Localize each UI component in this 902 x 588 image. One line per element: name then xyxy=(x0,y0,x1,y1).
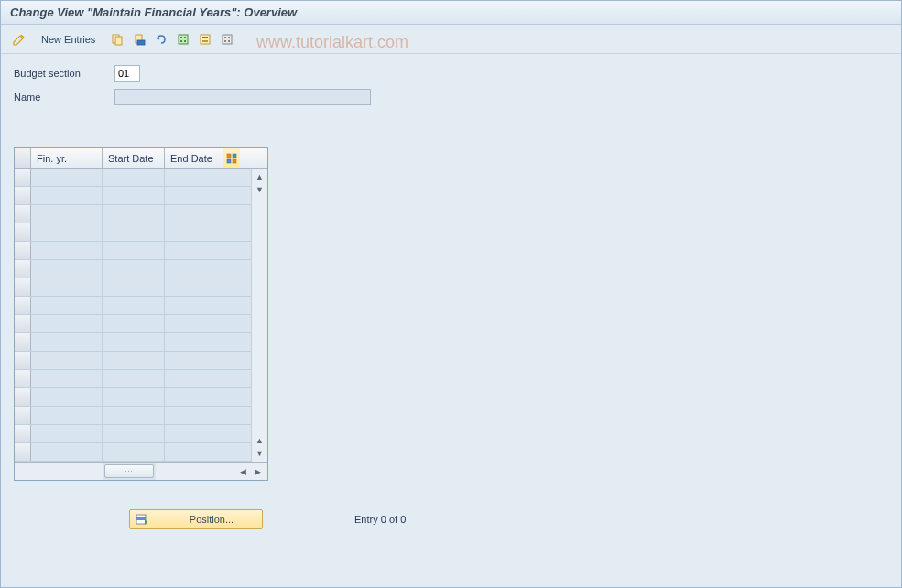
row-selector[interactable] xyxy=(15,370,31,387)
row-selector[interactable] xyxy=(15,315,31,332)
cell-start-date[interactable] xyxy=(103,407,165,424)
cell-start-date[interactable] xyxy=(103,278,165,296)
cell-end-date[interactable] xyxy=(165,297,223,314)
name-input[interactable] xyxy=(114,89,371,105)
cell-end-date[interactable] xyxy=(165,278,223,296)
cell-start-date[interactable] xyxy=(103,297,165,314)
table-row[interactable] xyxy=(15,443,251,462)
cell-start-date[interactable] xyxy=(103,425,165,442)
deselect-all-icon[interactable] xyxy=(218,30,236,49)
cell-fin-yr[interactable] xyxy=(31,223,103,241)
position-button[interactable]: Position... xyxy=(129,509,263,529)
cell-end-date[interactable] xyxy=(165,425,223,442)
cell-start-date[interactable] xyxy=(103,315,165,332)
scroll-up-icon[interactable]: ▲ xyxy=(254,170,266,183)
vertical-scrollbar[interactable]: ▲ ▼ ▲ ▼ xyxy=(251,169,267,462)
cell-end-date[interactable] xyxy=(165,242,223,259)
cell-end-date[interactable] xyxy=(165,352,223,369)
cell-end-date[interactable] xyxy=(165,223,223,241)
cell-start-date[interactable] xyxy=(103,260,165,278)
select-all-icon[interactable] xyxy=(174,30,192,49)
row-selector[interactable] xyxy=(15,278,31,296)
table-row[interactable] xyxy=(15,260,251,278)
table-row[interactable] xyxy=(15,370,251,388)
table-row[interactable] xyxy=(15,425,251,443)
row-selector[interactable] xyxy=(15,425,31,442)
cell-fin-yr[interactable] xyxy=(31,407,103,424)
cell-fin-yr[interactable] xyxy=(31,187,103,204)
column-end-date[interactable]: End Date xyxy=(165,148,223,168)
row-selector[interactable] xyxy=(15,333,31,351)
horizontal-scrollbar[interactable]: ∙∙∙ ◀ ▶ xyxy=(15,462,267,480)
table-row[interactable] xyxy=(15,388,251,407)
table-row[interactable] xyxy=(15,242,251,260)
cell-end-date[interactable] xyxy=(165,407,223,424)
cell-start-date[interactable] xyxy=(103,242,165,259)
cell-fin-yr[interactable] xyxy=(31,333,103,351)
cell-start-date[interactable] xyxy=(103,187,165,204)
cell-end-date[interactable] xyxy=(165,205,223,223)
table-row[interactable] xyxy=(15,223,251,242)
h-scroll-thumb[interactable]: ∙∙∙ xyxy=(104,464,154,478)
cell-end-date[interactable] xyxy=(165,260,223,278)
new-entries-button[interactable]: New Entries xyxy=(36,32,101,47)
select-block-icon[interactable] xyxy=(196,30,214,49)
cell-start-date[interactable] xyxy=(103,169,165,186)
cell-fin-yr[interactable] xyxy=(31,443,103,461)
column-fin-yr[interactable]: Fin. yr. xyxy=(31,148,103,168)
scroll-down-icon[interactable]: ▼ xyxy=(254,183,266,196)
cell-fin-yr[interactable] xyxy=(31,315,103,332)
cell-start-date[interactable] xyxy=(103,370,165,387)
cell-end-date[interactable] xyxy=(165,169,223,186)
cell-start-date[interactable] xyxy=(103,223,165,241)
table-row[interactable] xyxy=(15,278,251,297)
scroll-down2-icon[interactable]: ▼ xyxy=(254,447,266,460)
cell-fin-yr[interactable] xyxy=(31,260,103,278)
cell-end-date[interactable] xyxy=(165,187,223,204)
column-start-date[interactable]: Start Date xyxy=(103,148,165,168)
copy-icon[interactable] xyxy=(108,30,126,49)
row-selector[interactable] xyxy=(15,242,31,259)
cell-end-date[interactable] xyxy=(165,388,223,406)
row-selector[interactable] xyxy=(15,388,31,406)
delete-icon[interactable] xyxy=(130,30,148,49)
cell-start-date[interactable] xyxy=(103,352,165,369)
table-row[interactable] xyxy=(15,333,251,352)
table-row[interactable] xyxy=(15,352,251,370)
cell-fin-yr[interactable] xyxy=(31,370,103,387)
scroll-up2-icon[interactable]: ▲ xyxy=(254,434,266,447)
cell-fin-yr[interactable] xyxy=(31,278,103,296)
change-icon[interactable] xyxy=(10,30,28,49)
cell-start-date[interactable] xyxy=(103,333,165,351)
row-selector[interactable] xyxy=(15,297,31,314)
table-row[interactable] xyxy=(15,315,251,333)
cell-start-date[interactable] xyxy=(103,388,165,406)
cell-end-date[interactable] xyxy=(165,370,223,387)
scroll-left-icon[interactable]: ◀ xyxy=(236,465,249,478)
table-row[interactable] xyxy=(15,169,251,187)
row-selector[interactable] xyxy=(15,260,31,278)
cell-fin-yr[interactable] xyxy=(31,297,103,314)
table-row[interactable] xyxy=(15,205,251,223)
row-selector[interactable] xyxy=(15,223,31,241)
row-selector[interactable] xyxy=(15,169,31,186)
cell-start-date[interactable] xyxy=(103,443,165,461)
row-selector[interactable] xyxy=(15,443,31,461)
scroll-right-icon[interactable]: ▶ xyxy=(251,465,264,478)
cell-end-date[interactable] xyxy=(165,333,223,351)
table-row[interactable] xyxy=(15,407,251,425)
table-config-icon[interactable] xyxy=(223,148,240,168)
cell-start-date[interactable] xyxy=(103,205,165,223)
cell-fin-yr[interactable] xyxy=(31,352,103,369)
cell-fin-yr[interactable] xyxy=(31,205,103,223)
table-row[interactable] xyxy=(15,187,251,205)
table-row[interactable] xyxy=(15,297,251,315)
undo-icon[interactable] xyxy=(152,30,170,49)
cell-fin-yr[interactable] xyxy=(31,425,103,442)
row-selector[interactable] xyxy=(15,407,31,424)
row-selector[interactable] xyxy=(15,187,31,204)
row-selector[interactable] xyxy=(15,205,31,223)
row-selector[interactable] xyxy=(15,352,31,369)
select-all-rows[interactable] xyxy=(15,148,31,168)
h-scroll-track[interactable] xyxy=(156,463,234,480)
